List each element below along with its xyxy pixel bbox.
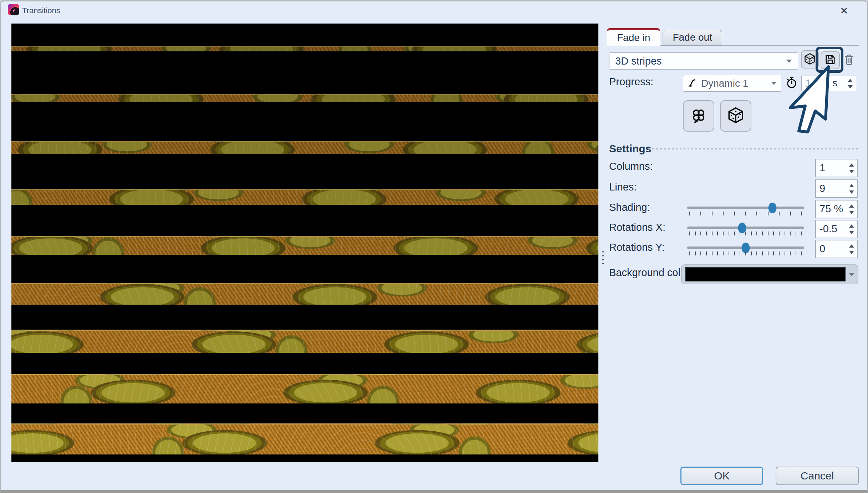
- shading-value: 75 %: [820, 203, 843, 215]
- shading-input[interactable]: 75 %: [815, 200, 858, 218]
- tab-fade-in[interactable]: Fade in: [607, 28, 660, 46]
- settings-heading: Settings: [609, 143, 651, 155]
- window-title: Transitions: [22, 6, 60, 15]
- preview-stripe: [11, 236, 598, 255]
- lines-value: 9: [820, 183, 825, 194]
- preview-stripe: [11, 141, 598, 154]
- rotations-x-slider[interactable]: [687, 222, 804, 237]
- color-dropdown-button[interactable]: [845, 265, 858, 284]
- rotations-x-spinner[interactable]: [849, 220, 854, 238]
- preview-stripe: [11, 46, 598, 51]
- preset-value: 3D stripes: [615, 55, 662, 67]
- slider-ticks: [689, 232, 802, 235]
- preview-stripe: [11, 283, 598, 305]
- title-bar: Transitions ✕: [1, 1, 867, 22]
- slider-ticks: [689, 212, 802, 215]
- duration-spinner[interactable]: [848, 76, 853, 91]
- lines-label: Lines:: [609, 181, 637, 193]
- columns-label: Columns:: [609, 161, 653, 172]
- rotations-y-value: 0: [820, 243, 825, 255]
- splitter-grip[interactable]: [602, 249, 604, 267]
- lucky-randomize-button[interactable]: [683, 100, 714, 132]
- background-color-picker[interactable]: [681, 264, 858, 284]
- rotations-y-spinner[interactable]: [849, 240, 854, 258]
- transitions-dialog: Transitions ✕ Fade inFade out 3D stripes: [0, 0, 868, 493]
- slider-ticks: [689, 251, 802, 255]
- tab-fade-out[interactable]: Fade out: [663, 30, 722, 46]
- rotations-x-input[interactable]: -0.5: [815, 220, 858, 238]
- tab-strip: Fade inFade out: [607, 28, 722, 46]
- preview-stripe: [11, 423, 598, 454]
- preview-stripe: [11, 94, 598, 102]
- easing-select[interactable]: Dynamic 1: [683, 75, 781, 92]
- trash-icon: [843, 53, 855, 68]
- columns-spinner[interactable]: [849, 159, 854, 177]
- cancel-button[interactable]: Cancel: [776, 467, 859, 485]
- cursor-arrow-graphic: [786, 59, 834, 136]
- ok-button[interactable]: OK: [680, 467, 763, 485]
- dice-randomize-button[interactable]: [720, 100, 751, 132]
- rotations-x-value: -0.5: [820, 223, 837, 235]
- transition-preset-select[interactable]: 3D stripes: [609, 52, 798, 70]
- preview-stripe: [11, 374, 598, 403]
- preview-stripe: [11, 189, 598, 205]
- transition-preview: [11, 24, 598, 462]
- progress-label: Progress:: [609, 76, 653, 88]
- color-swatch: [685, 267, 846, 281]
- columns-value: 1: [820, 162, 825, 174]
- app-icon: [8, 4, 19, 15]
- close-button[interactable]: ✕: [836, 4, 852, 18]
- settings-separator: [648, 148, 859, 149]
- shading-spinner[interactable]: [849, 200, 854, 218]
- easing-curve-icon: [688, 77, 698, 90]
- shading-slider[interactable]: [687, 202, 804, 217]
- background-color-label: Background color:: [609, 267, 693, 279]
- rotations-y-label: Rotations Y:: [609, 242, 665, 253]
- slider-track[interactable]: [687, 207, 804, 209]
- columns-input[interactable]: 1: [815, 159, 858, 177]
- lines-input[interactable]: 9: [815, 179, 858, 198]
- rotations-x-label: Rotations X:: [609, 222, 665, 233]
- delete-transition-button[interactable]: [842, 53, 856, 68]
- chevron-down-icon: [771, 82, 777, 85]
- chevron-down-icon: [849, 273, 854, 276]
- dice-icon: [727, 106, 745, 126]
- rotations-y-input[interactable]: 0: [815, 240, 858, 258]
- preview-stripe: [11, 330, 598, 353]
- rotations-y-slider[interactable]: [687, 242, 804, 257]
- lines-spinner[interactable]: [849, 180, 854, 197]
- shading-label: Shading:: [609, 202, 650, 213]
- easing-value: Dynamic 1: [701, 78, 748, 89]
- clover-icon: [690, 106, 708, 126]
